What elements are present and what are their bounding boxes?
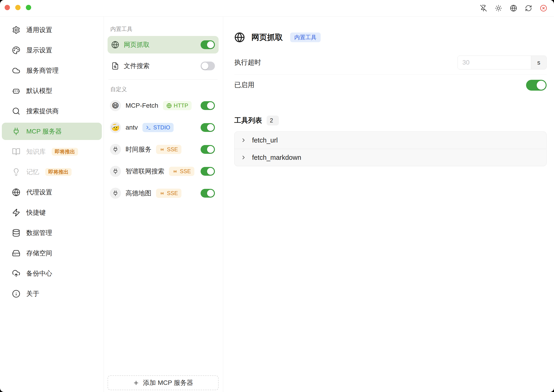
tool-name: fetch_url	[252, 137, 278, 144]
tools-list: fetch_url fetch_markdown	[234, 132, 547, 166]
server-enabled-toggle[interactable]	[201, 101, 215, 110]
server-item-antv[interactable]: 🤕 antv STDIO	[108, 119, 219, 136]
file-search-icon	[111, 62, 119, 70]
pin-off-icon[interactable]	[480, 5, 487, 12]
server-item-zhipu-search[interactable]: 智谱联网搜索 SSE	[108, 162, 219, 180]
globe-icon	[234, 32, 245, 43]
sidebar-item-knowledge-base[interactable]: 知识库 即将推出	[2, 143, 102, 160]
server-item-mcp-fetch[interactable]: 😄 MCP-Fetch HTTP	[108, 97, 219, 114]
sidebar-item-general[interactable]: 通用设置	[2, 21, 102, 39]
server-name: 时间服务	[126, 145, 151, 154]
sidebar-item-display[interactable]: 显示设置	[2, 42, 102, 59]
sidebar-item-shortcuts[interactable]: 快捷键	[2, 204, 102, 221]
tool-name: fetch_markdown	[252, 154, 301, 161]
server-enabled-toggle[interactable]	[201, 189, 215, 198]
enabled-label: 已启用	[234, 80, 254, 90]
server-detail-panel: 网页抓取 内置工具 执行超时 30 s 已启用 工具列表 2	[223, 17, 554, 392]
tools-list-title: 工具列表	[234, 116, 262, 125]
server-avatar	[110, 188, 121, 199]
server-avatar: 😄	[110, 100, 121, 111]
server-enabled-toggle[interactable]	[201, 62, 215, 70]
enabled-toggle[interactable]	[526, 80, 547, 91]
timeout-field-row: 执行超时 30 s	[234, 55, 547, 70]
radio-icon	[159, 191, 165, 196]
database-icon	[12, 229, 20, 237]
enabled-field-row: 已启用	[234, 79, 547, 91]
sidebar-item-storage[interactable]: 存储空间	[2, 245, 102, 262]
server-detail-title: 网页抓取	[251, 32, 283, 43]
search-icon	[12, 107, 20, 115]
titlebar	[0, 0, 554, 17]
field-divider	[234, 74, 547, 75]
sidebar-item-backup-center[interactable]: 备份中心	[2, 265, 102, 282]
sidebar-item-memory[interactable]: 记忆 即将推出	[2, 163, 102, 181]
palette-icon	[12, 46, 20, 54]
sidebar-item-about[interactable]: 关于	[2, 285, 102, 302]
sidebar-item-default-models[interactable]: 默认模型	[2, 82, 102, 99]
server-name: 智谱联网搜索	[126, 167, 164, 176]
server-avatar	[110, 166, 121, 177]
bot-icon	[12, 87, 20, 95]
sidebar-item-mcp-servers[interactable]: MCP 服务器	[2, 123, 102, 140]
sidebar-item-label: 知识库	[26, 147, 46, 156]
server-enabled-toggle[interactable]	[201, 167, 215, 176]
server-name: 高德地图	[126, 189, 151, 198]
tool-row-fetch-markdown[interactable]: fetch_markdown	[235, 149, 546, 166]
transport-badge-label: HTTP	[174, 103, 188, 108]
cloud-upload-icon	[12, 269, 20, 278]
refresh-icon[interactable]	[525, 5, 532, 12]
server-name: MCP-Fetch	[126, 102, 158, 109]
emoji-grinning-icon: 😄	[112, 102, 119, 109]
theme-sun-icon[interactable]	[495, 5, 502, 12]
add-mcp-server-button[interactable]: 添加 MCP 服务器	[108, 375, 219, 390]
transport-badge-sse: SSE	[156, 189, 181, 198]
globe-icon	[166, 103, 172, 108]
sidebar-item-label: 数据管理	[26, 229, 52, 237]
transport-badge-label: SSE	[167, 190, 178, 196]
transport-badge-http: HTTP	[163, 101, 192, 110]
server-enabled-toggle[interactable]	[201, 145, 215, 154]
sidebar-item-label: MCP 服务器	[26, 127, 62, 136]
minimize-window-button[interactable]	[15, 5, 21, 10]
sidebar-item-label: 默认模型	[26, 86, 52, 95]
sidebar-item-label: 存储空间	[26, 249, 52, 258]
server-name: 文件搜索	[124, 62, 150, 70]
emoji-bandage-icon: 🤕	[111, 124, 120, 131]
close-circle-icon[interactable]	[540, 5, 547, 12]
sidebar-item-label: 通用设置	[26, 26, 52, 34]
tool-row-fetch-url[interactable]: fetch_url	[235, 132, 546, 149]
transport-badge-label: SSE	[180, 168, 191, 174]
book-icon	[12, 147, 20, 156]
sidebar-item-providers[interactable]: 服务商管理	[2, 62, 102, 79]
timeout-unit-addon: s	[531, 56, 546, 69]
server-item-web-scraping[interactable]: 网页抓取	[108, 36, 219, 54]
maximize-window-button[interactable]	[26, 5, 31, 10]
sidebar-item-label: 搜索提供商	[26, 107, 59, 116]
terminal-icon	[146, 125, 151, 130]
hard-drive-icon	[12, 249, 20, 257]
server-item-amap[interactable]: 高德地图 SSE	[108, 184, 219, 202]
server-item-time-service[interactable]: 时间服务 SSE	[108, 141, 219, 158]
sidebar-item-data-management[interactable]: 数据管理	[2, 224, 102, 241]
plus-icon	[133, 380, 139, 386]
sidebar-item-label: 显示设置	[26, 46, 52, 55]
server-enabled-toggle[interactable]	[201, 123, 215, 132]
server-enabled-toggle[interactable]	[201, 40, 215, 49]
sidebar-item-label: 备份中心	[26, 269, 52, 278]
builtin-tools-section-header: 内置工具	[108, 26, 219, 32]
radio-icon	[159, 147, 165, 152]
coming-soon-badge: 即将推出	[45, 168, 72, 176]
timeout-input[interactable]: 30	[458, 56, 531, 69]
detail-header: 网页抓取 内置工具	[234, 29, 547, 46]
add-mcp-server-label: 添加 MCP 服务器	[143, 378, 193, 387]
sidebar-item-label: 快捷键	[26, 208, 46, 217]
close-window-button[interactable]	[5, 5, 10, 10]
plug-icon	[112, 190, 118, 196]
sidebar-item-proxy[interactable]: 代理设置	[2, 183, 102, 201]
sidebar-item-search-providers[interactable]: 搜索提供商	[2, 102, 102, 120]
transport-badge-label: STDIO	[153, 125, 170, 130]
sidebar-item-label: 服务商管理	[26, 66, 59, 75]
language-globe-icon[interactable]	[510, 5, 517, 12]
server-item-file-search[interactable]: 文件搜索	[108, 57, 219, 75]
transport-badge-label: SSE	[167, 147, 178, 152]
